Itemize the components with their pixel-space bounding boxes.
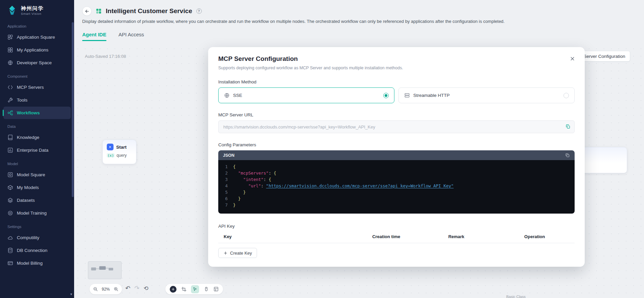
undo-icon[interactable]: ↶ bbox=[125, 285, 130, 292]
workflow-app-icon bbox=[96, 8, 102, 14]
sidebar-item-tools[interactable]: Tools bbox=[3, 94, 71, 106]
code-line: 1{ bbox=[218, 163, 575, 170]
zoom-in-button[interactable] bbox=[114, 287, 119, 292]
help-icon[interactable]: ? bbox=[196, 8, 202, 14]
node-title: Start bbox=[116, 145, 127, 150]
radio-unselected-icon bbox=[564, 93, 569, 98]
sidebar-item-mcp-servers[interactable]: MCP Servers bbox=[3, 81, 71, 94]
sidebar-nav: ApplicationApplication SquareMy Applicat… bbox=[0, 19, 74, 269]
zoom-in-icon bbox=[114, 287, 119, 292]
start-node[interactable]: Start (x) query bbox=[102, 140, 136, 164]
column-header-creation-time: Creation time bbox=[372, 234, 448, 239]
option-streamable-http[interactable]: Streamable HTTP bbox=[398, 87, 575, 103]
sidebar-item-db-connection[interactable]: DB Connection bbox=[3, 244, 71, 257]
page-title: Intelligent Customer Service bbox=[106, 7, 192, 15]
code-line: 6 } bbox=[218, 195, 575, 202]
sidebar-item-label: DB Connection bbox=[17, 248, 47, 253]
pan-tool-icon[interactable] bbox=[204, 287, 209, 292]
modal-title: MCP Server Configuration bbox=[218, 55, 575, 63]
sidebar-item-label: Workflows bbox=[17, 110, 40, 115]
radio-selected-icon bbox=[383, 93, 389, 98]
sidebar-item-label: My Applications bbox=[17, 47, 49, 52]
sidebar-item-model-billing[interactable]: Model Billing bbox=[3, 257, 71, 269]
add-node-button[interactable] bbox=[170, 286, 176, 293]
page-description: Display detailed information of private … bbox=[82, 19, 620, 24]
nav-section-label: Application bbox=[0, 19, 74, 31]
api-key-label: API Key bbox=[218, 224, 575, 229]
sidebar-item-developer-space[interactable]: Developer Space bbox=[3, 57, 71, 69]
start-node-icon bbox=[107, 144, 114, 150]
zoom-out-button[interactable] bbox=[93, 287, 98, 292]
developer-icon bbox=[7, 60, 13, 66]
zoom-level: 92% bbox=[102, 287, 110, 292]
sidebar-item-model-square[interactable]: Model Square bbox=[3, 169, 71, 181]
globe-icon bbox=[224, 92, 230, 98]
models-icon bbox=[7, 185, 13, 190]
sidebar-item-computility[interactable]: Computility bbox=[3, 231, 71, 244]
sidebar-item-label: Computility bbox=[17, 235, 39, 240]
sidebar-item-application-square[interactable]: Application Square bbox=[3, 31, 71, 43]
sidebar-item-my-models[interactable]: My Models bbox=[3, 181, 71, 194]
create-key-button[interactable]: Create Key bbox=[218, 248, 257, 258]
line-number: 3 bbox=[218, 176, 228, 183]
installation-method-options: SSE Streamable HTTP bbox=[218, 87, 575, 103]
tools-icon bbox=[7, 97, 13, 103]
canvas-toolbar bbox=[165, 284, 223, 294]
tab-api-access[interactable]: API Access bbox=[119, 32, 144, 41]
corner-label: Basic Class bbox=[506, 295, 525, 298]
column-header-remark: Remark bbox=[448, 234, 524, 239]
cloud-icon bbox=[7, 235, 13, 240]
param-name: query bbox=[117, 153, 127, 158]
sidebar-item-label: Model Billing bbox=[17, 261, 43, 266]
close-icon[interactable] bbox=[570, 56, 575, 62]
sidebar-item-label: Enterprise Data bbox=[17, 148, 49, 153]
nav-section-label: Settings bbox=[0, 220, 74, 231]
workflow-icon bbox=[7, 110, 13, 116]
brand-subtitle: Smart Vision bbox=[21, 12, 44, 15]
redo-icon[interactable]: ↷ bbox=[134, 285, 139, 292]
mcp-icon bbox=[7, 84, 13, 90]
grid-icon bbox=[7, 47, 13, 53]
plus-icon bbox=[223, 251, 228, 255]
column-header-operation: Operation bbox=[524, 234, 569, 239]
frame-select-icon[interactable] bbox=[181, 287, 187, 292]
mcp-server-url-input[interactable] bbox=[218, 120, 575, 133]
sidebar-scrollbar-thumb[interactable] bbox=[72, 22, 74, 197]
copy-code-icon[interactable] bbox=[565, 153, 570, 158]
brand-title: 神州问学 bbox=[21, 5, 44, 11]
code-editor[interactable]: 1{2 "mcpServers": {3 "intent": {4 "url":… bbox=[218, 160, 575, 214]
autosave-status: Auto-Saved 17:16:08 bbox=[85, 54, 126, 59]
sidebar-item-label: My Models bbox=[17, 185, 39, 190]
nav-section-label: Model bbox=[0, 157, 74, 168]
line-number: 1 bbox=[218, 163, 228, 170]
tab-bar: Agent IDE API Access bbox=[82, 32, 144, 41]
copy-url-icon[interactable] bbox=[565, 124, 571, 129]
model-square-icon bbox=[7, 172, 13, 178]
sidebar-item-label: Tools bbox=[17, 98, 28, 103]
tab-agent-ide[interactable]: Agent IDE bbox=[82, 32, 106, 41]
code-line: 7} bbox=[218, 202, 575, 208]
sidebar-item-enterprise-data[interactable]: Enterprise Data bbox=[3, 144, 71, 156]
sidebar-item-label: Model Square bbox=[17, 172, 45, 177]
api-key-table-header: KeyCreation timeRemarkOperation bbox=[218, 230, 575, 243]
sidebar: 神州问学 Smart Vision ApplicationApplication… bbox=[0, 0, 74, 298]
app-square-icon bbox=[7, 34, 13, 40]
sidebar-item-workflows[interactable]: Workflows bbox=[3, 107, 71, 119]
minimap[interactable] bbox=[88, 261, 122, 279]
book-icon bbox=[7, 135, 13, 140]
sidebar-scroll-down-icon[interactable]: ▼ bbox=[69, 292, 74, 297]
back-arrow-icon bbox=[85, 9, 90, 14]
auto-layout-icon[interactable] bbox=[214, 287, 219, 292]
sidebar-item-knowledge[interactable]: Knowledge bbox=[3, 131, 71, 144]
back-button[interactable] bbox=[82, 6, 92, 16]
variable-badge: (x) bbox=[107, 153, 115, 157]
sidebar-item-label: Model Training bbox=[17, 211, 47, 216]
code-line: 5 } bbox=[218, 189, 575, 195]
sidebar-item-label: Datasets bbox=[17, 198, 35, 203]
version-history-icon[interactable]: ⟲ bbox=[143, 285, 148, 292]
sidebar-item-datasets[interactable]: Datasets bbox=[3, 194, 71, 207]
sidebar-item-model-training[interactable]: Model Training bbox=[3, 207, 71, 219]
pointer-tool-button[interactable] bbox=[191, 285, 199, 293]
option-sse[interactable]: SSE bbox=[218, 87, 394, 103]
sidebar-item-my-applications[interactable]: My Applications bbox=[3, 44, 71, 56]
